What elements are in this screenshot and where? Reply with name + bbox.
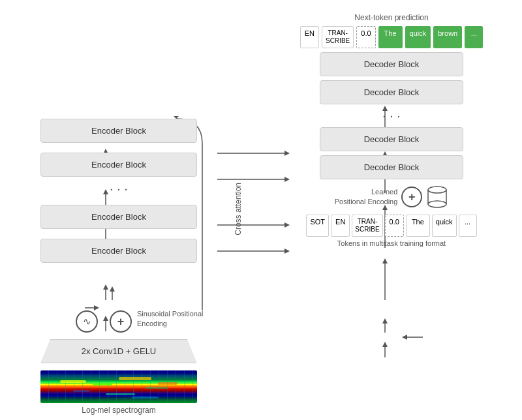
tokens-label: Tokens in multitask training format [281,239,502,247]
svg-marker-30 [382,258,388,263]
token-dots-top: ... [465,26,483,48]
top-tokens-row: EN TRAN-SCRIBE 0.0 The quick brown ... [281,26,502,48]
encoder-block-1: Encoder Block [40,119,197,143]
encoder-dots-1: · · · [40,181,197,196]
decoder-section: Next-token prediction EN TRAN-SCRIBE 0.0… [281,13,502,247]
svg-marker-24 [284,248,290,254]
token-quick-bottom: quick [432,215,457,237]
token-brown-top: brown [433,26,462,48]
svg-point-39 [428,187,446,193]
spectrogram [40,370,197,403]
decoder-block-3: Decoder Block [320,127,463,151]
token-sot-bottom: SOT [306,215,329,237]
svg-marker-14 [94,305,99,310]
svg-marker-16 [110,286,115,292]
conv-box: 2x Conv1D + GELU [40,339,197,363]
encoder-block-2: Encoder Block [40,153,197,177]
svg-marker-5 [103,284,108,290]
encoder-block-3: Encoder Block [40,205,197,229]
sinusoidal-label: Sinusoidal Positional Encoding [137,309,215,329]
svg-marker-38 [402,335,407,340]
token-transcribe-top: TRAN-SCRIBE [322,26,354,48]
plus-circle-right: + [401,187,422,207]
plus-circle-left: + [110,310,132,333]
token-00-top: 0.0 [356,26,375,48]
token-quick-top: quick [405,26,431,48]
svg-point-42 [428,201,446,207]
svg-marker-26 [382,342,388,347]
decoder-block-4: Decoder Block [320,155,463,179]
decoder-dots: · · · [281,108,502,123]
svg-marker-28 [382,318,388,323]
token-en-top: EN [300,26,319,48]
token-transcribe-bottom: TRAN-SCRIBE [352,215,382,237]
token-dots-bottom: ... [459,215,477,237]
bottom-tokens-row: SOT EN TRAN-SCRIBE 0.0 The quick ... [281,215,502,237]
next-token-label: Next-token prediction [281,13,502,22]
decoder-block-2: Decoder Block [320,80,463,104]
learned-pos-row: LearnedPositional Encoding + [281,185,502,209]
spectrogram-label: Log-mel spectrogram [40,406,197,415]
cylinder-icon [426,185,448,209]
token-00-bottom: 0.0 [385,215,404,237]
wave-symbol: ∿ [76,310,98,333]
decoder-block-1: Decoder Block [320,52,463,76]
main-diagram: Encoder Block Encoder Block · · · Encode… [0,0,522,420]
cross-attention-label: Cross attention [234,183,243,235]
token-en-bottom: EN [331,215,350,237]
learned-pos-label: LearnedPositional Encoding [335,187,398,207]
token-the-bottom: The [406,215,430,237]
encoder-block-4: Encoder Block [40,239,197,263]
token-the-top: The [378,26,403,48]
svg-marker-3 [103,316,108,321]
